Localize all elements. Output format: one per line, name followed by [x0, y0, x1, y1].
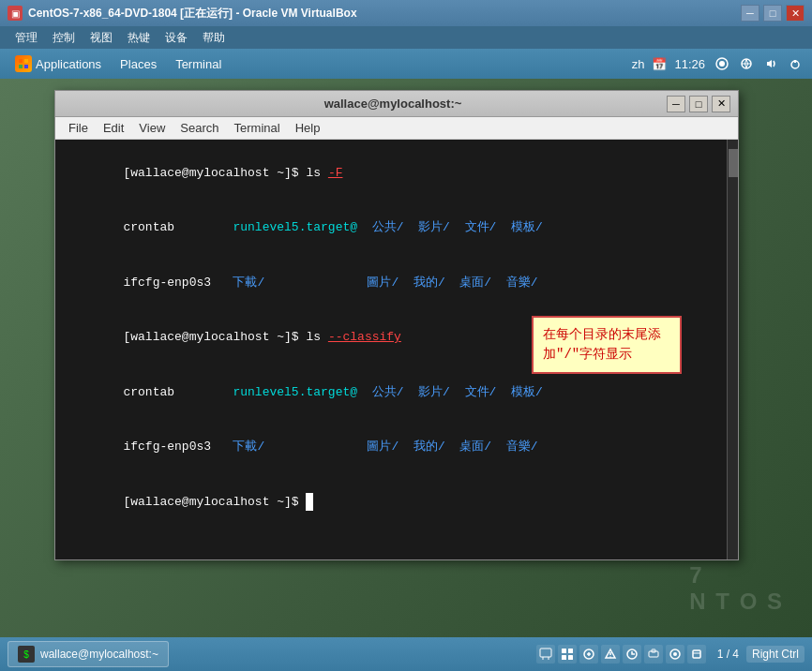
- out2-col5: 桌面/: [459, 276, 505, 290]
- bottom-icon-4[interactable]: [601, 645, 620, 664]
- terminal-titlebar-buttons: ─ □ ✕: [667, 96, 730, 112]
- terminal-menu-view[interactable]: View: [131, 121, 173, 135]
- terminal-minimize-button[interactable]: ─: [667, 96, 685, 112]
- terminal-line-1: [wallace@mylocalhost ~]$ ls -F: [65, 145, 729, 201]
- out4-col4: 我的/: [414, 440, 459, 454]
- network-icon[interactable]: [737, 54, 756, 73]
- out2-col3: 圖片/: [367, 276, 413, 290]
- vbox-window: 7N T O S ▣ CentOS-7-x86_64-DVD-1804 [正在运…: [0, 0, 812, 671]
- terminal-menu-file[interactable]: File: [61, 121, 96, 135]
- vbox-maximize-button[interactable]: □: [763, 5, 782, 22]
- places-label: Places: [120, 57, 157, 71]
- svg-rect-0: [19, 59, 23, 63]
- out1-col4: 影片/: [418, 220, 464, 234]
- svg-rect-11: [540, 649, 551, 657]
- out1-col2: runlevel5.target@: [233, 220, 371, 234]
- terminal-title: wallace@mylocalhost:~: [119, 97, 667, 111]
- bottom-icon-8[interactable]: [687, 645, 706, 664]
- language-indicator[interactable]: zh: [632, 57, 645, 71]
- out4-col3: 圖片/: [367, 440, 413, 454]
- vbox-menu-view[interactable]: 视图: [83, 30, 120, 46]
- bottom-icon-5[interactable]: [623, 645, 641, 664]
- terminal-menu-button[interactable]: Terminal: [168, 53, 229, 75]
- page-indicator: 1 / 4: [717, 648, 739, 661]
- centos-watermark: 7N T O S: [689, 562, 784, 615]
- terminal-line-7: [wallace@mylocalhost ~]$: [65, 474, 729, 529]
- vbox-minimize-button[interactable]: ─: [741, 5, 759, 22]
- terminal-maximize-button[interactable]: □: [689, 96, 708, 112]
- terminal-line-3: ifcfg-enp0s3 下載/ 圖片/ 我的/ 桌面/ 音樂/: [65, 255, 729, 310]
- vbox-menu-manage[interactable]: 管理: [8, 30, 45, 46]
- bottom-icon-7[interactable]: [666, 645, 684, 664]
- annotation-text: 在每个目录的末尾添加"/"字符显示: [543, 327, 661, 362]
- out3-col1: crontab: [123, 385, 233, 399]
- vbox-icon: ▣: [8, 6, 23, 21]
- bottom-icon-1[interactable]: [536, 645, 555, 664]
- bottom-icon-2[interactable]: [558, 645, 577, 664]
- terminal-titlebar: wallace@mylocalhost:~ ─ □ ✕: [55, 91, 738, 117]
- out3-col2: runlevel5.target@: [233, 385, 371, 399]
- prompt-3: [wallace@mylocalhost ~]$: [123, 495, 306, 509]
- right-ctrl-label: Right Ctrl: [746, 646, 804, 663]
- out1-col1: crontab: [123, 220, 233, 234]
- vbox-menubar: 管理 控制 视图 热键 设备 帮助: [0, 26, 812, 49]
- terminal-content-area[interactable]: [wallace@mylocalhost ~]$ ls -F crontab r…: [55, 140, 738, 559]
- record-icon[interactable]: [713, 54, 731, 73]
- out4-col5: 桌面/: [459, 440, 505, 454]
- annotation-box: 在每个目录的末尾添加"/"字符显示: [532, 316, 682, 374]
- out4-col6: 音樂/: [506, 440, 538, 454]
- taskbar-terminal-icon: $: [18, 646, 35, 663]
- svg-marker-8: [767, 60, 772, 67]
- applications-menu-button[interactable]: Applications: [8, 52, 109, 76]
- out4-col2: 下載/: [233, 440, 367, 454]
- svg-rect-14: [562, 649, 566, 653]
- svg-rect-29: [693, 650, 700, 658]
- cmd-2: ls: [306, 330, 327, 344]
- terminal-menu-search[interactable]: Search: [173, 121, 226, 135]
- out1-col5: 文件/: [465, 220, 511, 234]
- svg-point-23: [609, 656, 610, 657]
- terminal-menu-help[interactable]: Help: [288, 121, 328, 135]
- out3-col6: 模板/: [511, 385, 543, 399]
- vbox-titlebar-buttons: ─ □ ✕: [741, 5, 804, 22]
- places-menu-button[interactable]: Places: [113, 53, 164, 75]
- vbox-close-button[interactable]: ✕: [786, 5, 804, 22]
- terminal-menu-terminal[interactable]: Terminal: [227, 121, 288, 135]
- terminal-window: wallace@mylocalhost:~ ─ □ ✕ File Edit Vi…: [54, 90, 739, 560]
- svg-rect-3: [24, 65, 28, 68]
- vbox-menu-control[interactable]: 控制: [45, 30, 83, 46]
- taskbar-system-icons: [713, 54, 804, 73]
- vbox-menu-devices[interactable]: 设备: [158, 30, 195, 46]
- out2-col4: 我的/: [414, 276, 459, 290]
- terminal-menubar: File Edit View Search Terminal Help: [55, 117, 738, 140]
- centos-bottom-taskbar: $ wallace@mylocalhost:~: [0, 637, 812, 671]
- bottom-icon-3[interactable]: [579, 645, 598, 664]
- out2-col1: ifcfg-enp0s3: [123, 276, 233, 290]
- terminal-scrollbar-thumb[interactable]: [729, 149, 738, 177]
- terminal-menu-edit[interactable]: Edit: [96, 121, 131, 135]
- out3-col3: 公共/: [372, 385, 418, 399]
- out2-col2: 下載/: [233, 276, 367, 290]
- flag-1: -F: [328, 166, 343, 180]
- vbox-title: CentOS-7-x86_64-DVD-1804 [正在运行] - Oracle…: [28, 6, 741, 22]
- volume-icon[interactable]: [761, 54, 780, 73]
- svg-rect-15: [568, 649, 573, 653]
- svg-rect-2: [19, 65, 23, 68]
- out1-col6: 模板/: [511, 220, 543, 234]
- out3-col5: 文件/: [465, 385, 511, 399]
- taskbar-terminal-label: wallace@mylocalhost:~: [40, 648, 158, 661]
- bottom-system-icons: [536, 645, 706, 664]
- power-icon[interactable]: [786, 54, 804, 73]
- terminal-label: Terminal: [175, 57, 221, 71]
- taskbar-terminal-item[interactable]: $ wallace@mylocalhost:~: [8, 641, 169, 667]
- vbox-menu-help[interactable]: 帮助: [195, 30, 233, 46]
- applications-icon: [15, 55, 32, 72]
- terminal-close-button[interactable]: ✕: [712, 96, 730, 112]
- terminal-scrollbar[interactable]: [727, 140, 738, 559]
- centos-top-taskbar: Applications Places Terminal zh 📅 11:26: [0, 49, 812, 79]
- svg-point-5: [719, 61, 725, 67]
- calendar-icon: 📅: [652, 57, 667, 71]
- out1-col3: 公共/: [372, 220, 418, 234]
- vbox-menu-hotkeys[interactable]: 热键: [120, 30, 158, 46]
- bottom-icon-6[interactable]: [644, 645, 663, 664]
